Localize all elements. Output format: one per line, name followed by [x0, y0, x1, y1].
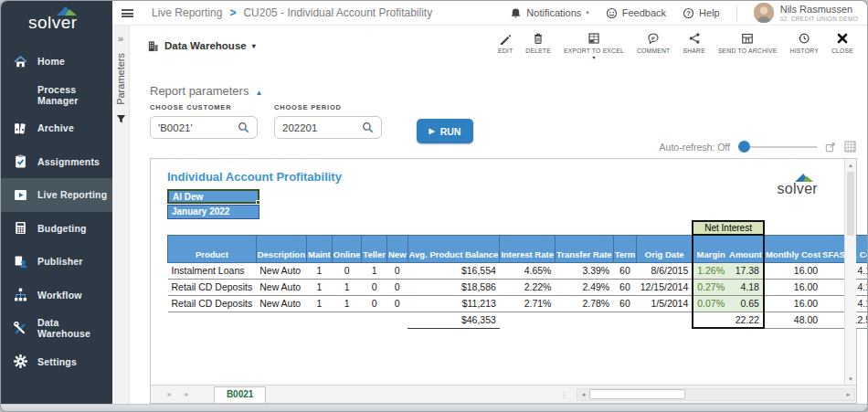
- help-button[interactable]: ? Help: [683, 7, 720, 19]
- cell[interactable]: 4.18: [728, 279, 764, 295]
- cell[interactable]: 0: [362, 295, 387, 312]
- scrollbar-thumb[interactable]: [847, 172, 854, 236]
- sidebar-item-home[interactable]: Home: [1, 45, 112, 79]
- cell[interactable]: 1: [306, 262, 332, 279]
- user-menu[interactable]: Nils Rasmussen 02. Credit Union Demo: [754, 3, 858, 23]
- send-to-archive-button[interactable]: SEND TO ARCHIVE: [712, 32, 784, 54]
- cell[interactable]: 1.26%: [693, 262, 728, 279]
- col-header-margin[interactable]: Margin: [693, 235, 728, 262]
- cell[interactable]: 4.65%: [500, 262, 556, 279]
- col-header-maint[interactable]: Maint: [306, 235, 332, 262]
- col-header-amount[interactable]: Amount: [728, 235, 764, 262]
- sidebar-item-process-manager[interactable]: Process Manager: [1, 79, 112, 112]
- total-monthly-cost-cell[interactable]: 48.00: [764, 312, 821, 328]
- sheet-next-icon[interactable]: ►: [184, 391, 190, 397]
- sheet-tab-b0021[interactable]: B0021: [214, 386, 266, 403]
- cell[interactable]: [613, 312, 637, 328]
- breadcrumb-section[interactable]: Live Reporting: [152, 6, 222, 19]
- col-header-description[interactable]: Description: [256, 235, 306, 262]
- cell[interactable]: 0.27%: [693, 279, 728, 295]
- search-icon[interactable]: [362, 121, 374, 133]
- cell[interactable]: Retail CD Deposits: [168, 279, 257, 295]
- data-source-selector[interactable]: Data Warehouse ▾: [147, 40, 256, 52]
- col-header-balance[interactable]: Avg. Product Balance: [408, 235, 500, 262]
- report-horizontal-scrollbar[interactable]: ◄ ►: [577, 388, 855, 401]
- cell[interactable]: New Auto: [256, 279, 306, 295]
- col-header-monthly-cost[interactable]: Monthly Cost: [764, 235, 821, 262]
- sidebar-item-workflow[interactable]: Workflow: [1, 279, 112, 312]
- cell[interactable]: 2.71%: [500, 295, 556, 312]
- cell[interactable]: [693, 312, 728, 328]
- cell[interactable]: 0: [332, 262, 362, 279]
- notifications-button[interactable]: Notifications ▾: [510, 7, 588, 19]
- cell[interactable]: 0.65: [728, 295, 764, 312]
- cell[interactable]: 1: [362, 262, 387, 279]
- col-header-teller[interactable]: Teller: [362, 235, 387, 262]
- report-vertical-scrollbar[interactable]: ▲ ▼: [844, 159, 856, 385]
- filter-funnel-icon[interactable]: [116, 114, 126, 124]
- search-icon[interactable]: [238, 121, 249, 133]
- comment-button[interactable]: COMMENT: [630, 32, 677, 54]
- cell[interactable]: 2.49%: [555, 279, 613, 295]
- edit-button[interactable]: EDIT: [492, 32, 519, 54]
- scroll-left-icon[interactable]: ◄: [577, 392, 589, 397]
- sidebar-item-publisher[interactable]: Publisher: [1, 245, 112, 279]
- sidebar-item-archive[interactable]: Archive: [1, 111, 112, 145]
- scroll-up-icon[interactable]: ▲: [845, 159, 856, 171]
- sidebar-item-data-warehouse[interactable]: Data Warehouse: [1, 312, 112, 345]
- cell[interactable]: 60: [613, 279, 637, 295]
- cell[interactable]: [500, 312, 556, 328]
- period-cell[interactable]: January 2022: [167, 205, 259, 219]
- period-input[interactable]: 202201: [274, 116, 382, 139]
- cell[interactable]: 1: [306, 295, 332, 312]
- cell[interactable]: [332, 312, 362, 328]
- share-button[interactable]: SHARE: [676, 32, 711, 54]
- cell[interactable]: [362, 312, 387, 328]
- cell[interactable]: $18,586: [408, 279, 500, 295]
- history-button[interactable]: HISTORY: [784, 32, 825, 54]
- cell[interactable]: Retail CD Deposits: [168, 295, 257, 312]
- cell[interactable]: 0: [362, 279, 387, 295]
- sidebar-item-assignments[interactable]: Assignments: [1, 145, 112, 179]
- cell[interactable]: [168, 312, 257, 328]
- col-header-orig-date[interactable]: Orig Date: [637, 235, 693, 262]
- cell[interactable]: 0: [386, 262, 408, 279]
- hamburger-menu-icon[interactable]: [122, 9, 133, 17]
- cell[interactable]: 17.38: [728, 262, 764, 279]
- cell[interactable]: 8/6/2015: [637, 262, 693, 279]
- sidebar-item-settings[interactable]: Settings: [1, 345, 112, 379]
- col-header-new[interactable]: New: [386, 235, 408, 262]
- cell[interactable]: $11,213: [408, 295, 500, 312]
- popout-icon[interactable]: [825, 142, 836, 153]
- cell[interactable]: 0.07%: [693, 295, 728, 312]
- cell[interactable]: 1: [332, 295, 362, 312]
- run-button[interactable]: ▶ RUN: [417, 119, 473, 143]
- total-balance-cell[interactable]: $46,353: [408, 312, 500, 328]
- cell[interactable]: [555, 312, 613, 328]
- cell[interactable]: 2.22%: [500, 279, 556, 295]
- cell[interactable]: $16,554: [408, 262, 500, 279]
- cell[interactable]: 0: [386, 279, 408, 295]
- scroll-right-icon[interactable]: ►: [842, 392, 854, 397]
- cell[interactable]: 16.00: [764, 295, 821, 312]
- parameters-panel-label[interactable]: Parameters: [115, 53, 126, 105]
- cell[interactable]: 1: [306, 279, 332, 295]
- export-to-excel-button[interactable]: EXPORT TO EXCEL ▾: [557, 32, 630, 59]
- sidebar-item-live-reporting[interactable]: Live Reporting: [1, 178, 112, 212]
- cell[interactable]: [306, 312, 332, 328]
- cell[interactable]: 16.00: [764, 279, 821, 295]
- sheet-prev-icon[interactable]: ◄: [165, 391, 172, 397]
- total-net-interest-cell[interactable]: 22.22: [728, 312, 764, 328]
- customer-cell[interactable]: Al Dew: [167, 189, 259, 204]
- scrollbar-thumb[interactable]: [589, 389, 685, 399]
- slider-knob[interactable]: [738, 141, 750, 153]
- cell[interactable]: 1/5/2014: [637, 295, 693, 312]
- customer-input[interactable]: 'B0021': [150, 116, 258, 139]
- cell[interactable]: [256, 312, 306, 328]
- tab-splitter-dots[interactable]: ⋮: [560, 390, 569, 399]
- cell[interactable]: 3.39%: [555, 262, 613, 279]
- delete-button[interactable]: DELETE: [519, 32, 557, 54]
- auto-refresh-slider[interactable]: [738, 146, 817, 148]
- cell[interactable]: 2.78%: [555, 295, 613, 312]
- grid-view-icon[interactable]: [844, 141, 856, 153]
